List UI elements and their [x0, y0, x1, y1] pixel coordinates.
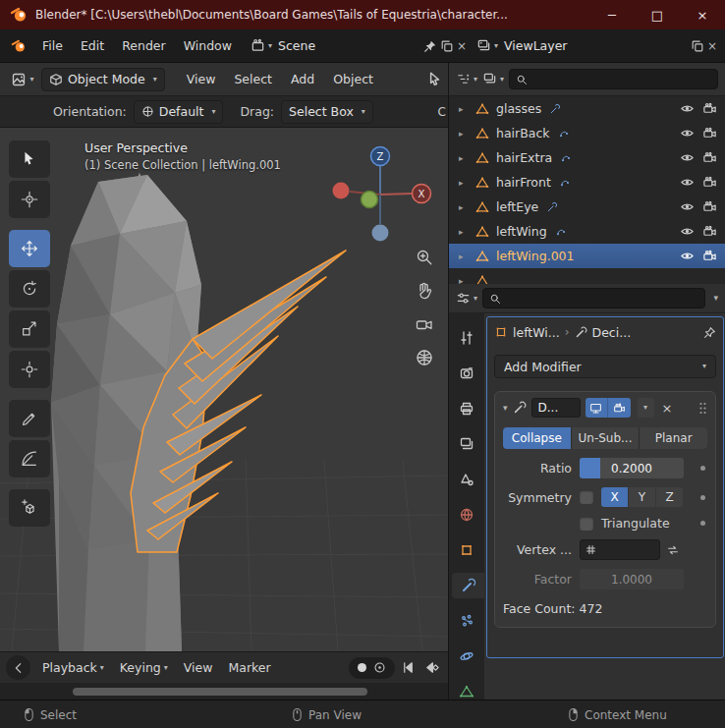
- tab-world[interactable]: [452, 502, 481, 528]
- menu-add[interactable]: Add: [282, 69, 323, 89]
- add-modifier-button[interactable]: Add Modifier ▾: [494, 355, 716, 378]
- tab-modifiers[interactable]: [452, 573, 484, 598]
- object-name[interactable]: glasses: [496, 101, 541, 116]
- show-viewport-toggle[interactable]: [586, 398, 608, 418]
- animate-dot[interactable]: [700, 521, 705, 526]
- gizmo-neg-z-ball[interactable]: [372, 225, 389, 242]
- tool-select-box-button[interactable]: [9, 140, 50, 178]
- tool-transform-button[interactable]: [9, 351, 50, 388]
- modifier-name-field[interactable]: D...: [531, 398, 581, 418]
- vertex-group-field[interactable]: [580, 539, 660, 560]
- tool-rotate-button[interactable]: [9, 270, 50, 308]
- unsubdivide-button[interactable]: Un-Sub...: [572, 427, 640, 449]
- object-name[interactable]: leftEye: [496, 199, 538, 214]
- timeline-menu-view[interactable]: View: [177, 657, 220, 678]
- new-scene-button[interactable]: [440, 39, 454, 53]
- tab-object-data[interactable]: [452, 679, 481, 700]
- object-name[interactable]: leftWing: [496, 224, 547, 239]
- object-name[interactable]: leftWing.001: [496, 249, 575, 263]
- menu-edit[interactable]: Edit: [72, 35, 113, 56]
- viewlayer-name[interactable]: ViewLayer: [501, 38, 688, 53]
- disclosure-icon[interactable]: ▸: [459, 178, 469, 188]
- drag-handle-icon[interactable]: [698, 402, 707, 415]
- invert-vertex-group-icon[interactable]: [666, 543, 680, 557]
- tool-annotate-button[interactable]: [9, 400, 50, 437]
- menu-render[interactable]: Render: [113, 35, 175, 56]
- remove-viewlayer-button[interactable]: ×: [707, 39, 717, 53]
- panel-expand-icon[interactable]: ▾: [503, 404, 508, 413]
- tab-tool[interactable]: [452, 325, 481, 351]
- ratio-slider[interactable]: 0.2000: [580, 458, 684, 478]
- eye-icon[interactable]: [678, 175, 696, 190]
- tweak-tool-icon[interactable]: [425, 71, 443, 88]
- disclosure-icon[interactable]: ▸: [459, 202, 469, 212]
- camera-icon[interactable]: [700, 101, 718, 116]
- camera-view-icon[interactable]: [415, 314, 434, 334]
- outliner-row[interactable]: ▸ hairExtra: [449, 145, 725, 170]
- tab-object[interactable]: [452, 537, 481, 563]
- menu-object[interactable]: Object: [324, 69, 382, 89]
- tab-scene[interactable]: [452, 467, 481, 492]
- planar-button[interactable]: Planar: [640, 427, 707, 449]
- tab-output[interactable]: [452, 396, 481, 421]
- timeline-editor-button[interactable]: [6, 655, 30, 680]
- tool-measure-button[interactable]: [9, 440, 50, 477]
- pin-icon[interactable]: [423, 39, 437, 53]
- tab-particles[interactable]: [452, 608, 481, 634]
- jump-to-start-icon[interactable]: [397, 657, 418, 679]
- outliner-search-input[interactable]: [509, 69, 718, 89]
- outliner-row[interactable]: ▸ hairFront: [449, 170, 725, 195]
- mode-select[interactable]: Object Mode ▾: [41, 68, 165, 91]
- symmetry-checkbox[interactable]: [580, 490, 593, 504]
- drag-select[interactable]: Select Box ▾: [281, 100, 373, 124]
- camera-icon[interactable]: [700, 126, 718, 140]
- timeline-menu-marker[interactable]: Marker: [221, 657, 277, 678]
- disclosure-icon[interactable]: ▸: [459, 227, 469, 237]
- tab-render[interactable]: [452, 361, 481, 386]
- gizmo-z-label[interactable]: Z: [377, 151, 384, 162]
- camera-icon[interactable]: [700, 224, 718, 239]
- tab-physics[interactable]: [452, 644, 481, 669]
- outliner-row[interactable]: ▸ hairBack: [449, 121, 725, 145]
- breadcrumb-object[interactable]: leftWi...: [513, 325, 560, 340]
- keying-set-icon[interactable]: [373, 661, 386, 674]
- triangulate-checkbox[interactable]: [580, 517, 593, 531]
- remove-modifier-button[interactable]: ×: [662, 401, 673, 416]
- object-name[interactable]: hairBack: [496, 126, 550, 140]
- playback-popover[interactable]: Playback ▾: [35, 657, 111, 678]
- tool-cursor-button[interactable]: [9, 181, 50, 218]
- pin-icon[interactable]: [703, 326, 716, 339]
- object-name[interactable]: hairExtra: [496, 150, 552, 165]
- outliner-row[interactable]: ▸ leftWing: [449, 219, 725, 244]
- show-render-toggle[interactable]: [608, 398, 631, 418]
- eye-icon[interactable]: [678, 199, 696, 214]
- record-icon[interactable]: [358, 663, 366, 672]
- zoom-icon[interactable]: [415, 248, 434, 267]
- browse-scene-button[interactable]: ▾: [251, 38, 272, 53]
- gizmo-x-label[interactable]: X: [418, 189, 425, 199]
- blender-menu-button[interactable]: [4, 33, 33, 59]
- jump-prev-keyframe-icon[interactable]: [420, 657, 442, 679]
- maximize-button[interactable]: □: [635, 0, 680, 29]
- disclosure-icon[interactable]: ▸: [459, 252, 469, 261]
- menu-window[interactable]: Window: [175, 35, 241, 56]
- axis-y-button[interactable]: Y: [629, 487, 655, 507]
- editor-type-button[interactable]: ▾: [5, 67, 40, 92]
- object-icon[interactable]: [494, 325, 508, 339]
- tool-scale-button[interactable]: [9, 310, 50, 348]
- toggle-perspective-icon[interactable]: [415, 348, 434, 367]
- modifier-extras-button[interactable]: ▾: [638, 398, 654, 418]
- camera-icon[interactable]: [700, 249, 718, 263]
- timeline-scrollbar-track[interactable]: [0, 683, 448, 700]
- disclosure-icon[interactable]: ▸: [459, 276, 469, 285]
- breadcrumb-modifier[interactable]: Deci...: [592, 325, 632, 340]
- properties-search-input[interactable]: [482, 288, 705, 308]
- eye-icon[interactable]: [678, 101, 696, 116]
- gizmo-neg-x-ball[interactable]: [333, 183, 350, 199]
- eye-icon[interactable]: [678, 150, 696, 165]
- outliner-row-selected[interactable]: ▸ leftWing.001: [449, 244, 725, 268]
- animate-dot[interactable]: [700, 495, 705, 500]
- menu-select[interactable]: Select: [225, 69, 281, 89]
- outliner-filter-button[interactable]: ▾: [482, 72, 504, 86]
- pan-hand-icon[interactable]: [415, 281, 434, 301]
